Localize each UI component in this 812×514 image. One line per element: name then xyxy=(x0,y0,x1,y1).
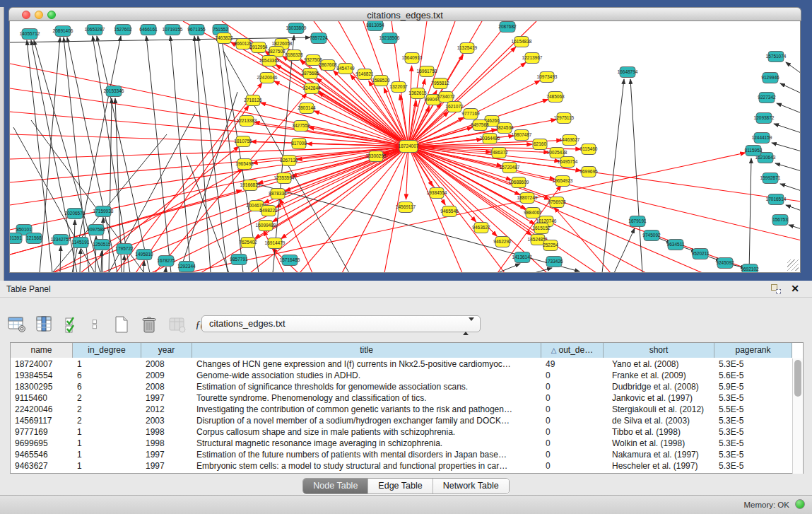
table-cell: Hescheler et al. (1997) xyxy=(604,460,714,472)
graph-node-label: 15716485 xyxy=(280,257,300,262)
column-header-name[interactable]: name xyxy=(11,343,73,358)
column-header-in_degree[interactable]: in_degree xyxy=(73,343,141,358)
table-cell: Jankovic et al. (1997) xyxy=(604,392,714,404)
tab-node-table[interactable]: Node Table xyxy=(303,479,368,493)
graph-node-label: 16543362 xyxy=(259,58,280,63)
graph-edge-black xyxy=(101,251,102,273)
table-cell: 9463627 xyxy=(11,460,73,472)
graph-node-label: 121568 xyxy=(26,235,42,240)
graph-node-label: 12342757 xyxy=(51,237,71,242)
graph-edge-black xyxy=(630,79,642,273)
graph-node-label: 2718126 xyxy=(244,98,262,103)
graph-node-label: 751552 xyxy=(213,27,228,32)
select-all-columns-button[interactable] xyxy=(63,315,83,334)
graph-node-label: 1679191 xyxy=(628,218,647,223)
graph-node-label: 12353594 xyxy=(274,175,295,180)
graph-node-label: 18300295 xyxy=(366,153,387,158)
table-row[interactable]: 1456911722003Disruption of a novel membe… xyxy=(11,415,792,426)
attribute-table: namein_degreeyeartitle△out_de…shortpager… xyxy=(10,342,804,474)
scrollbar-thumb[interactable] xyxy=(794,360,801,397)
column-header-short[interactable]: short xyxy=(604,343,714,358)
graph-node-label: 16914479 xyxy=(265,240,286,245)
column-visibility-button[interactable] xyxy=(35,315,54,334)
table-vertical-scrollbar[interactable] xyxy=(792,358,803,474)
graph-node-label: 22420046 xyxy=(257,75,278,80)
graph-node-label: 1495810 xyxy=(135,252,153,257)
table-cell: 5.3E-5 xyxy=(714,460,792,472)
column-header-out_de[interactable]: △out_de… xyxy=(541,343,604,358)
dropdown-arrows-icon xyxy=(463,319,474,334)
graph-node-label: 156753 xyxy=(772,217,788,222)
table-row[interactable]: 911546021997Tourette syndrome. Phenomeno… xyxy=(11,392,792,404)
graph-node-label: 10719155 xyxy=(163,27,183,32)
table-row[interactable]: 1830029562008Estimation of significance … xyxy=(11,381,792,392)
graph-node-label: 9462292 xyxy=(493,239,512,244)
float-panel-icon[interactable] xyxy=(771,284,781,294)
table-row[interactable]: 946554611997Estimation of the future num… xyxy=(11,449,792,460)
graph-edge-black xyxy=(93,36,130,273)
resize-grip[interactable] xyxy=(787,259,799,271)
network-window-titlebar[interactable]: citations_edges.txt xyxy=(8,7,801,21)
graph-node-label: 8267130 xyxy=(280,158,298,163)
table-source-dropdown[interactable]: citations_edges.txt xyxy=(201,315,481,332)
column-header-title[interactable]: title xyxy=(192,343,541,358)
table-cell: 9465546 xyxy=(11,449,73,460)
delete-table-button[interactable] xyxy=(139,315,159,334)
graph-node-label: 10807487 xyxy=(512,132,532,137)
table-cell: Tourette syndrome. Phenomenology and cla… xyxy=(192,392,541,404)
network-canvas-svg[interactable]: 1405571220891406106532871527602646616110… xyxy=(10,21,801,273)
graph-node-label: 8186328 xyxy=(285,52,303,57)
table-cell: 5.5E-5 xyxy=(714,404,792,415)
graph-node-label: 9520211 xyxy=(692,251,710,256)
graph-node-label: 9756928 xyxy=(548,199,566,204)
graph-node-label: 15640910 xyxy=(402,55,423,60)
graph-node-label: 9634511 xyxy=(667,242,685,247)
graph-node-label: 10973493 xyxy=(537,74,558,79)
close-panel-icon[interactable]: ✕ xyxy=(791,283,799,294)
sort-ascending-icon: △ xyxy=(551,346,557,354)
graph-node-label: 20364486 xyxy=(480,136,500,141)
table-cell: Estimation of significance thresholds fo… xyxy=(192,381,541,392)
new-table-button[interactable] xyxy=(112,315,131,334)
table-cell: 2 xyxy=(73,404,141,415)
column-header-year[interactable]: year xyxy=(141,343,192,358)
column-header-pagerank[interactable]: pagerank xyxy=(714,343,792,358)
table-row[interactable]: 969969511998Structural magnetic resonanc… xyxy=(11,438,792,449)
import-table-button-disabled xyxy=(167,315,187,334)
window-title: citations_edges.txt xyxy=(9,10,801,21)
table-settings-button[interactable] xyxy=(7,315,27,334)
table-cell: Yano et al. (2008) xyxy=(604,358,714,370)
graph-edge-black xyxy=(60,246,61,273)
graph-node-label: 18807249 xyxy=(517,195,538,200)
graph-node-label: 7463822 xyxy=(215,35,233,40)
table-cell: 6 xyxy=(73,370,141,381)
table-row[interactable]: 946362711997Embryonic stem cells: a mode… xyxy=(11,460,792,472)
table-row[interactable]: 977716911998Corpus callosum shape and si… xyxy=(11,426,792,438)
table-cell: Nakamura et al. (1997) xyxy=(604,449,714,460)
table-row[interactable]: 1872400712008Changes of HCN gene express… xyxy=(11,358,792,370)
memory-status-indicator[interactable] xyxy=(795,499,805,509)
graph-node-label: 14463627 xyxy=(560,137,580,142)
graph-edge-black xyxy=(165,267,166,273)
table-cell: Structural magnetic resonance image aver… xyxy=(192,438,541,449)
table-row[interactable]: 2242004622012Investigating the contribut… xyxy=(11,404,792,415)
graph-node-label: 7625402 xyxy=(239,240,257,245)
table-tabs: Node TableEdge TableNetwork Table xyxy=(0,478,812,494)
graph-node-label: 7857224 xyxy=(310,35,328,40)
graph-node-label: 8454749 xyxy=(336,66,355,71)
tab-edge-table[interactable]: Edge Table xyxy=(368,479,433,493)
table-cell: 2008 xyxy=(141,358,192,370)
unselect-columns-button[interactable] xyxy=(90,315,103,334)
graph-node-label: 6466161 xyxy=(139,27,158,32)
graph-node-label: 6497568 xyxy=(471,122,489,127)
table-cell: Franke et al. (2009) xyxy=(604,370,714,381)
network-canvas[interactable]: 1405571220891406106532871527602646616110… xyxy=(9,21,801,273)
graph-node-label: 3824534 xyxy=(495,125,514,130)
tab-network-table[interactable]: Network Table xyxy=(433,479,509,493)
graph-node-label: 12093872 xyxy=(754,115,775,120)
graph-node-label: 6734072 xyxy=(437,94,455,99)
table-cell: Corpus callosum shape and size in male p… xyxy=(192,426,541,438)
table-cell: 18724007 xyxy=(11,358,73,370)
graph-node-label: 9671355 xyxy=(187,27,206,32)
table-row[interactable]: 1938455462009Genome-wide association stu… xyxy=(11,370,792,381)
